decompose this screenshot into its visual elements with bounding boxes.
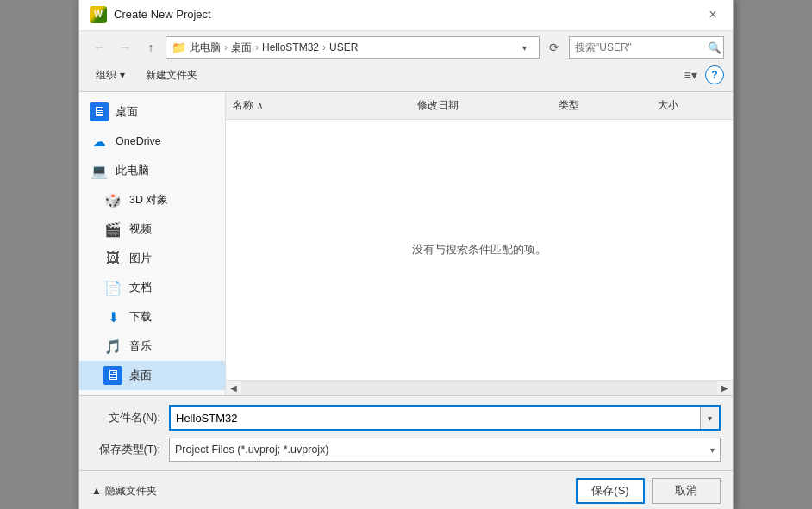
- actions-right: ≡ ▾ ?: [679, 64, 724, 86]
- video-icon: 🎬: [103, 220, 122, 239]
- nav-label-desktop2: 桌面: [129, 369, 152, 383]
- col-date-label: 修改日期: [417, 98, 459, 113]
- nav-label-image: 图片: [129, 251, 152, 266]
- right-panel: 名称 ∧ 修改日期 类型 大小 没有与搜索条件匹配的项。 ◀: [226, 92, 733, 395]
- nav-item-downloads[interactable]: ⬇ 下载: [79, 302, 225, 332]
- search-bar[interactable]: 🔍: [569, 36, 724, 59]
- col-size-label: 大小: [658, 98, 678, 113]
- nav-label-video: 视频: [129, 222, 152, 237]
- footer-buttons: 保存(S) 取消: [576, 478, 721, 504]
- dialog-title: Create New Project: [114, 8, 211, 21]
- app-logo: W: [90, 6, 107, 23]
- hide-folders-button[interactable]: ▲ 隐藏文件夹: [91, 484, 157, 499]
- scroll-track[interactable]: [241, 381, 717, 396]
- desktop-icon: 🖥: [90, 102, 109, 121]
- scroll-left-button[interactable]: ◀: [226, 381, 241, 396]
- nav-label-desktop: 桌面: [116, 105, 138, 120]
- nav-label-thispc: 此电脑: [116, 164, 149, 178]
- hide-folders-label: 隐藏文件夹: [105, 484, 157, 499]
- organize-arrow-icon: ▾: [120, 69, 125, 81]
- filetype-label: 保存类型(T):: [91, 443, 160, 457]
- nav-item-desktop[interactable]: 🖥 桌面: [79, 97, 225, 127]
- filename-dropdown-button[interactable]: ▾: [700, 407, 719, 429]
- filetype-arrow-icon: ▾: [710, 445, 715, 455]
- filetype-row: 保存类型(T): Project Files (*.uvproj; *.uvpr…: [91, 438, 721, 462]
- close-button[interactable]: ×: [703, 5, 722, 24]
- col-name-label: 名称: [233, 98, 253, 113]
- nav-item-documents[interactable]: 📄 文档: [79, 273, 225, 302]
- actions-bar: 组织 ▾ 新建文件夹 ≡ ▾ ?: [88, 64, 724, 86]
- pc-icon: 💻: [90, 161, 109, 180]
- help-label: ?: [711, 69, 717, 81]
- col-header-date[interactable]: 修改日期: [410, 96, 552, 115]
- col-header-type[interactable]: 类型: [552, 96, 651, 115]
- back-button[interactable]: ←: [88, 36, 110, 59]
- forward-button[interactable]: →: [114, 36, 136, 59]
- save-button[interactable]: 保存(S): [576, 478, 645, 504]
- view-button[interactable]: ≡ ▾: [679, 64, 702, 86]
- empty-message: 没有与搜索条件匹配的项。: [412, 242, 547, 258]
- refresh-button[interactable]: ⟳: [543, 36, 565, 59]
- desktop2-icon: 🖥: [103, 366, 122, 385]
- nav-label-docs: 文档: [129, 281, 152, 295]
- create-project-dialog: W Create New Project × ← → ↑ 📁 此电脑 › 桌面 …: [78, 0, 734, 509]
- title-bar: W Create New Project ×: [79, 0, 733, 31]
- address-part-3: HelloSTM32: [262, 41, 319, 53]
- address-bar[interactable]: 📁 此电脑 › 桌面 › HelloSTM32 › USER ▾: [166, 36, 540, 59]
- address-dropdown-button[interactable]: ▾: [515, 37, 534, 58]
- filename-row: 文件名(N): ▾: [91, 405, 721, 431]
- filename-label: 文件名(N):: [91, 411, 160, 425]
- nav-item-videos[interactable]: 🎬 视频: [79, 214, 225, 244]
- search-input[interactable]: [575, 41, 704, 53]
- hide-folders-icon: ▲: [91, 485, 102, 497]
- up-button[interactable]: ↑: [140, 36, 162, 59]
- nav-item-images[interactable]: 🖼 图片: [79, 244, 225, 273]
- scroll-right-button[interactable]: ▶: [717, 381, 733, 396]
- new-folder-button[interactable]: 新建文件夹: [138, 65, 205, 86]
- actions-left: 组织 ▾ 新建文件夹: [88, 65, 205, 86]
- music-icon: 🎵: [103, 337, 122, 356]
- col-header-size[interactable]: 大小: [651, 96, 733, 115]
- view-icon: ≡: [684, 68, 690, 82]
- address-sep-2: ›: [255, 41, 259, 53]
- nav-label-music: 音乐: [129, 339, 152, 354]
- footer-bar: ▲ 隐藏文件夹 保存(S) 取消: [79, 470, 733, 509]
- search-icon: 🔍: [708, 41, 721, 54]
- help-button[interactable]: ?: [705, 65, 724, 84]
- address-part-2: 桌面: [231, 40, 252, 55]
- nav-item-onedrive[interactable]: ☁ OneDrive: [79, 127, 225, 156]
- 3d-icon: 🎲: [103, 190, 122, 209]
- filename-input[interactable]: [171, 407, 700, 429]
- filetype-value: Project Files (*.uvproj; *.uvprojx): [175, 444, 710, 456]
- nav-item-desktop2[interactable]: 🖥 桌面: [79, 361, 225, 390]
- address-part-1: 此电脑: [190, 40, 221, 55]
- toolbar-area: ← → ↑ 📁 此电脑 › 桌面 › HelloSTM32 › USER ▾ ⟳…: [79, 31, 733, 92]
- nav-label-onedrive: OneDrive: [116, 135, 161, 147]
- view-arrow-icon: ▾: [691, 68, 697, 82]
- filename-input-wrap: ▾: [169, 405, 721, 431]
- sort-arrow-icon: ∧: [257, 101, 263, 110]
- nav-label-3d: 3D 对象: [129, 193, 168, 208]
- title-bar-left: W Create New Project: [90, 6, 211, 23]
- nav-bar: ← → ↑ 📁 此电脑 › 桌面 › HelloSTM32 › USER ▾ ⟳…: [88, 36, 724, 59]
- bottom-form: 文件名(N): ▾ 保存类型(T): Project Files (*.uvpr…: [79, 395, 733, 470]
- organize-label: 组织: [96, 68, 116, 83]
- horizontal-scrollbar[interactable]: ◀ ▶: [226, 380, 733, 395]
- nav-item-3dobjects[interactable]: 🎲 3D 对象: [79, 185, 225, 214]
- left-panel: 🖥 桌面 ☁ OneDrive 💻 此电脑 🎲 3D 对象 🎬 视频 🖼: [79, 92, 226, 395]
- organize-button[interactable]: 组织 ▾: [88, 65, 133, 86]
- nav-item-thispc[interactable]: 💻 此电脑: [79, 156, 225, 185]
- cancel-button[interactable]: 取消: [652, 478, 721, 504]
- onedrive-icon: ☁: [90, 132, 109, 151]
- address-sep-1: ›: [224, 41, 228, 53]
- file-list-body: 没有与搜索条件匹配的项。: [226, 120, 733, 380]
- col-header-name[interactable]: 名称 ∧: [226, 96, 410, 115]
- download-icon: ⬇: [103, 307, 122, 326]
- address-folder-icon: 📁: [172, 40, 186, 54]
- address-sep-3: ›: [322, 41, 326, 53]
- filetype-dropdown[interactable]: Project Files (*.uvproj; *.uvprojx) ▾: [169, 438, 721, 462]
- address-part-4: USER: [329, 41, 358, 53]
- nav-item-music[interactable]: 🎵 音乐: [79, 332, 225, 361]
- image-icon: 🖼: [103, 249, 122, 268]
- nav-label-download: 下载: [129, 310, 152, 325]
